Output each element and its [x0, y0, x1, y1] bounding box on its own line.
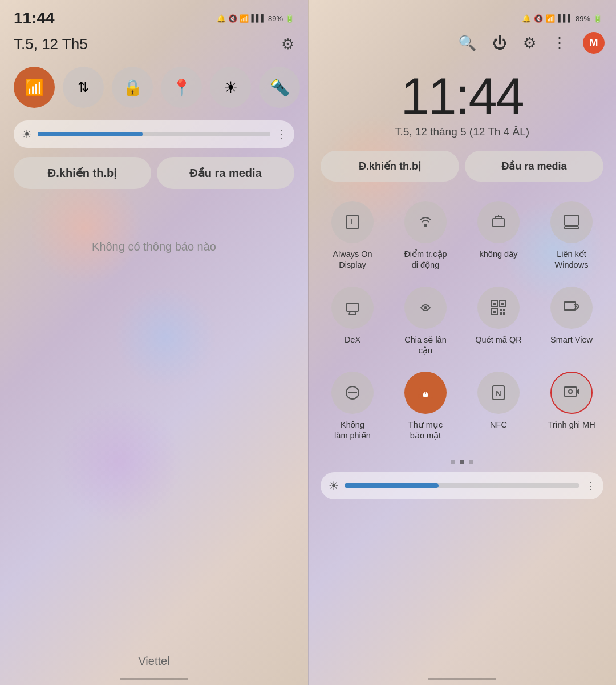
svg-text:L: L [351, 218, 355, 226]
tile-label-4: DeX [345, 335, 360, 345]
svg-rect-4 [565, 215, 578, 225]
left-panel: 11:44 🔔 🔇 📶 ▌▌▌ 89% 🔋 T.5, 12 Th5 ⚙ 📶 ⇅ [0, 0, 308, 685]
status-bar-right: 🔔 🔇 📶 ▌▌▌ 89% 🔋 [308, 0, 616, 32]
brightness-more-icon-right[interactable]: ⋮ [585, 480, 595, 492]
svg-rect-3 [493, 219, 504, 227]
tile-5[interactable]: Chia sẻ lân cận [389, 279, 462, 364]
brightness-bar-left[interactable]: ☀ ⋮ [14, 120, 294, 148]
tile-1[interactable]: Điểm tr.cập di động [389, 193, 462, 279]
control-buttons-left: Đ.khiến th.bị Đầu ra media [0, 151, 308, 195]
brightness-fill-right [345, 483, 439, 488]
auto-brightness-toggle[interactable]: ☀ [210, 67, 251, 108]
svg-rect-11 [501, 303, 504, 305]
date-left: T.5, 12 Th5 [14, 35, 88, 53]
sun-icon: ☀ [224, 78, 238, 97]
tile-label-7: Smart View [550, 335, 593, 345]
tile-icon-9 [404, 372, 447, 414]
tile-icon-0: L [331, 201, 374, 243]
location-toggle[interactable]: 📍 [161, 67, 202, 108]
tile-9[interactable]: Thư mục bảo mật [389, 364, 462, 449]
lock-icon: 🔒 [123, 78, 143, 97]
brightness-track-left[interactable] [38, 132, 270, 136]
tile-label-2: không dây [480, 249, 518, 260]
power-icon[interactable]: ⏻ [492, 34, 507, 52]
tile-label-8: Không làm phiền [334, 420, 371, 441]
status-time-left: 11:44 [14, 9, 55, 27]
tile-label-1: Điểm tr.cập di động [404, 249, 447, 271]
media-output-button-left[interactable]: Đầu ra media [157, 157, 294, 189]
search-icon[interactable]: 🔍 [458, 34, 476, 52]
settings-icon[interactable]: ⚙ [523, 34, 536, 52]
top-action-icons: 🔍 ⏻ ⚙ ⋮ M [308, 32, 616, 59]
battery-icon: 🔋 [285, 14, 294, 23]
tile-0[interactable]: L Always On Display [316, 193, 389, 279]
brightness-more-icon[interactable]: ⋮ [276, 128, 286, 140]
tile-icon-3 [550, 201, 593, 243]
svg-point-7 [424, 306, 427, 309]
date-gear-row: T.5, 12 Th5 ⚙ [0, 32, 308, 62]
mute-icon-right: 🔇 [534, 14, 543, 23]
svg-text:N: N [496, 389, 501, 398]
data-toggle[interactable]: ⇅ [63, 67, 104, 108]
notification-area: Không có thông báo nào [0, 195, 308, 299]
wifi-icon: 📶 [25, 78, 44, 97]
quick-toggles: 📶 ⇅ 🔒 📍 ☀ 🔦 [0, 62, 308, 112]
tile-label-11: Trình ghi MH [548, 420, 595, 430]
svg-rect-6 [347, 303, 358, 311]
device-control-button-left[interactable]: Đ.khiến th.bị [14, 157, 151, 189]
tile-label-10: NFC [490, 420, 507, 430]
tile-label-5: Chia sẻ lân cận [404, 335, 446, 356]
svg-point-2 [424, 224, 427, 227]
home-indicator-left [120, 678, 188, 680]
tile-8[interactable]: Không làm phiền [316, 364, 389, 449]
settings-gear-icon[interactable]: ⚙ [281, 35, 294, 53]
carrier-label: Viettel [0, 655, 308, 668]
tile-icon-5 [404, 287, 447, 329]
brightness-bar-right[interactable]: ☀ ⋮ [321, 472, 603, 499]
flashlight-icon: 🔦 [270, 78, 290, 97]
alarm-icon-right: 🔔 [522, 14, 531, 23]
svg-rect-15 [503, 309, 505, 311]
location-icon: 📍 [172, 78, 192, 97]
brightness-icon-right: ☀ [329, 479, 339, 493]
svg-rect-17 [503, 312, 505, 315]
avatar[interactable]: M [583, 32, 605, 54]
svg-rect-18 [564, 302, 576, 310]
home-indicator-right [428, 678, 496, 680]
pagination-dot-2 [469, 460, 473, 464]
flashlight-toggle[interactable]: 🔦 [259, 67, 300, 108]
screen-lock-toggle[interactable]: 🔒 [112, 67, 153, 108]
tile-4[interactable]: DeX [316, 279, 389, 364]
clock-time: 11:44 [308, 71, 616, 122]
status-icons-left: 🔔 🔇 📶 ▌▌▌ 89% 🔋 [217, 14, 294, 23]
control-buttons-right: Đ.khiến th.bị Đầu ra media [308, 140, 616, 187]
tile-2[interactable]: không dây [462, 193, 535, 279]
tile-3[interactable]: Liên kết Windows [535, 193, 608, 279]
tile-label-0: Always On Display [333, 249, 372, 271]
more-options-icon[interactable]: ⋮ [552, 34, 567, 52]
tile-6[interactable]: Quét mã QR [462, 279, 535, 364]
no-notification-text: Không có thông báo nào [92, 240, 216, 253]
wifi-toggle[interactable]: 📶 [14, 67, 55, 108]
clock-area: 11:44 T.5, 12 tháng 5 (12 Th 4 ÂL) [308, 59, 616, 140]
device-control-button-right[interactable]: Đ.khiến th.bị [321, 151, 459, 182]
svg-rect-9 [493, 303, 496, 305]
svg-point-26 [569, 390, 572, 393]
tile-label-3: Liên kết Windows [555, 249, 589, 271]
data-transfer-icon: ⇅ [78, 79, 89, 95]
svg-rect-25 [564, 387, 577, 396]
tile-7[interactable]: Smart View [535, 279, 608, 364]
brightness-fill-left [38, 132, 143, 136]
svg-rect-5 [565, 227, 578, 229]
tile-icon-11 [550, 372, 593, 414]
tile-10[interactable]: NNFC [462, 364, 535, 449]
media-output-button-right[interactable]: Đầu ra media [465, 151, 603, 182]
tile-11[interactable]: Trình ghi MH [535, 364, 608, 449]
tile-icon-2 [477, 201, 520, 243]
signal-icon-right: ▌▌▌ [558, 14, 573, 22]
signal-icon: ▌▌▌ [251, 14, 266, 22]
clock-date: T.5, 12 tháng 5 (12 Th 4 ÂL) [308, 126, 616, 138]
tile-icon-8 [331, 372, 374, 414]
brightness-track-right[interactable] [345, 483, 579, 488]
tile-icon-7 [550, 287, 593, 329]
